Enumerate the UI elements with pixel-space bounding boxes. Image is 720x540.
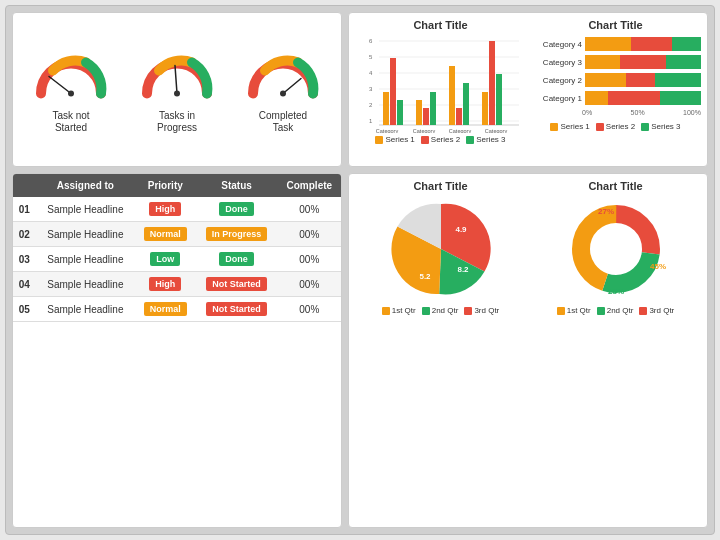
- gauge1-label: Task notStarted: [52, 110, 89, 134]
- hbar-s1-color: [550, 123, 558, 131]
- svg-text:3: 3: [369, 86, 373, 92]
- charts-bottom-panel: Chart Title 4.9 5.2 8.2: [348, 173, 708, 528]
- svg-rect-33: [496, 74, 502, 125]
- col-priority: Priority: [135, 174, 195, 197]
- svg-rect-26: [423, 108, 429, 125]
- hbar-seg-s3: [660, 91, 701, 105]
- dashboard: Task notStarted Tasks inProgress: [5, 5, 715, 535]
- pie1-legend-3qtr: 3rd Qtr: [464, 306, 499, 315]
- bar-chart-legend: Series 1 Series 2 Series 3: [375, 135, 505, 144]
- series3-color: [466, 136, 474, 144]
- hbar-x-50: 50%: [631, 109, 645, 116]
- svg-rect-32: [489, 41, 495, 125]
- table-row: 02 Sample Headline Normal In Progress 00…: [13, 222, 341, 247]
- pie2-legend: 1st Qtr 2nd Qtr 3rd Qtr: [557, 306, 675, 315]
- charts-top-panel: Chart Title 6 5 4 3 2 1: [348, 12, 708, 167]
- row2-status: In Progress: [195, 222, 277, 247]
- hbar-legend-s2: Series 2: [596, 122, 635, 131]
- task-table: Assigned to Priority Status Complete 01 …: [13, 174, 341, 322]
- pie2-pct-2qtr: 28%: [607, 287, 623, 296]
- row2-priority-badge: Normal: [144, 227, 187, 241]
- row5-status: Not Started: [195, 297, 277, 322]
- pie2-2qtr-label: 2nd Qtr: [607, 306, 634, 315]
- col-status: Status: [195, 174, 277, 197]
- legend-series1: Series 1: [375, 135, 414, 144]
- pie2-legend-2qtr: 2nd Qtr: [597, 306, 634, 315]
- row3-headline: Sample Headline: [36, 247, 136, 272]
- hbar-seg-s1: [585, 37, 631, 51]
- legend-series2: Series 2: [421, 135, 460, 144]
- pie1-1qtr-color: [382, 307, 390, 315]
- row2-complete: 00%: [278, 222, 341, 247]
- gauges-panel: Task notStarted Tasks inProgress: [12, 12, 342, 167]
- col-num: [13, 174, 36, 197]
- pie1-1qtr-label: 1st Qtr: [392, 306, 416, 315]
- svg-text:Category: Category: [412, 128, 435, 133]
- row5-headline: Sample Headline: [36, 297, 136, 322]
- row3-priority: Low: [135, 247, 195, 272]
- row2-status-badge: In Progress: [206, 227, 268, 241]
- row4-priority-badge: High: [149, 277, 181, 291]
- svg-rect-31: [482, 92, 488, 125]
- gauge-completed-task: CompletedTask: [243, 46, 323, 134]
- pie1-label-3qtr: 8.2: [457, 265, 469, 274]
- hbar-seg-s1: [585, 73, 626, 87]
- gauge-task-not-started: Task notStarted: [31, 46, 111, 134]
- hbar-seg-s2: [631, 37, 672, 51]
- gauge2-svg: [137, 46, 217, 106]
- row4-status-badge: Not Started: [206, 277, 267, 291]
- pie2-2qtr-color: [597, 307, 605, 315]
- hbar-seg-s3: [666, 55, 701, 69]
- series3-label: Series 3: [476, 135, 505, 144]
- svg-text:4: 4: [369, 70, 373, 76]
- row3-priority-badge: Low: [150, 252, 180, 266]
- hbar-cat4-segments: [585, 37, 701, 51]
- pie1-3qtr-label: 3rd Qtr: [474, 306, 499, 315]
- svg-rect-27: [430, 92, 436, 125]
- pie2-legend-3qtr: 3rd Qtr: [639, 306, 674, 315]
- bar-chart-title: Chart Title: [413, 19, 467, 31]
- pie2-center: [592, 225, 640, 273]
- table-row: 01 Sample Headline High Done 00%: [13, 197, 341, 222]
- pie-chart2-box: Chart Title 27% 45% 28%: [530, 180, 701, 521]
- gauge1-svg: [31, 46, 111, 106]
- row5-complete: 00%: [278, 297, 341, 322]
- pie1-legend-1qtr: 1st Qtr: [382, 306, 416, 315]
- series1-label: Series 1: [385, 135, 414, 144]
- task-table-panel: Assigned to Priority Status Complete 01 …: [12, 173, 342, 528]
- svg-rect-25: [416, 100, 422, 125]
- table-row: 05 Sample Headline Normal Not Started 00…: [13, 297, 341, 322]
- gauge3-svg: [243, 46, 323, 106]
- table-header-row: Assigned to Priority Status Complete: [13, 174, 341, 197]
- pie-chart1-svg: 4.9 5.2 8.2: [381, 194, 501, 304]
- svg-text:5: 5: [369, 54, 373, 60]
- hbar-seg-s2: [620, 55, 666, 69]
- hbar-cat2-segments: [585, 73, 701, 87]
- row2-priority: Normal: [135, 222, 195, 247]
- pie1-label-1qtr: 4.9: [455, 225, 467, 234]
- svg-rect-23: [390, 58, 396, 125]
- pie-chart1-box: Chart Title 4.9 5.2 8.2: [355, 180, 526, 521]
- hbar-x-axis: 0% 50% 100%: [530, 109, 701, 116]
- hbar-s2-label: Series 2: [606, 122, 635, 131]
- pie1-legend-2qtr: 2nd Qtr: [422, 306, 459, 315]
- row1-num: 01: [13, 197, 36, 222]
- hbar-seg-s3: [672, 37, 701, 51]
- hbar-s1-label: Series 1: [560, 122, 589, 131]
- hbar-cat3-segments: [585, 55, 701, 69]
- row4-complete: 00%: [278, 272, 341, 297]
- svg-point-8: [280, 90, 286, 96]
- hbar-legend: Series 1 Series 2 Series 3: [550, 122, 680, 131]
- hbar-cat2-label: Category 2: [530, 76, 582, 85]
- svg-text:Category: Category: [375, 128, 398, 133]
- row1-complete: 00%: [278, 197, 341, 222]
- row4-num: 04: [13, 272, 36, 297]
- hbar-row-cat4: Category 4: [530, 37, 701, 51]
- row3-status-badge: Done: [219, 252, 254, 266]
- pie2-3qtr-label: 3rd Qtr: [649, 306, 674, 315]
- pie2-1qtr-label: 1st Qtr: [567, 306, 591, 315]
- hbar-chart-box: Chart Title Category 4 Category 3: [530, 19, 701, 160]
- col-assigned: Assigned to: [36, 174, 136, 197]
- hbar-cat4-label: Category 4: [530, 40, 582, 49]
- svg-rect-28: [449, 66, 455, 125]
